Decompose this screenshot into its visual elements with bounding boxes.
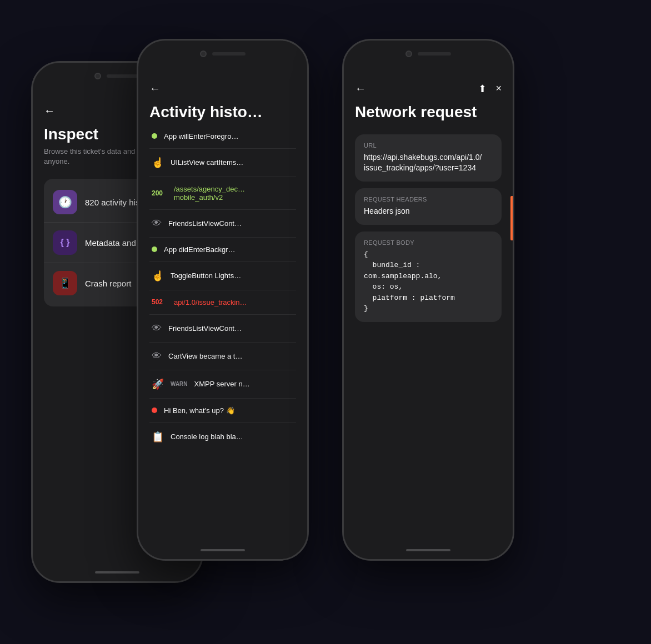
list-item: App willEnterForegro… bbox=[149, 124, 296, 149]
list-item[interactable]: 200 /assets/agency_dec…mobile_auth/v2 bbox=[149, 177, 296, 210]
speaker-phone1 bbox=[107, 74, 140, 78]
activity-label: Console log blah bla… bbox=[171, 432, 243, 441]
activity-label: FriendsListViewCont… bbox=[168, 324, 242, 333]
rocket-icon: 🚀 bbox=[152, 378, 164, 390]
metadata-icon-bg: { } bbox=[53, 230, 77, 255]
body-value: { bundle_id : com.sampleapp.alo, os: os,… bbox=[364, 249, 493, 314]
screen-network: ← ⬆ × Network request URL https://api.sh… bbox=[344, 71, 513, 540]
back-button-inspect[interactable]: ← bbox=[44, 104, 55, 117]
touch-icon: ☝ bbox=[152, 157, 164, 169]
activity-label: XMPP server n… bbox=[194, 380, 250, 388]
camera-phone3 bbox=[405, 51, 412, 57]
camera-phone1 bbox=[94, 73, 101, 79]
activity-label: App didEnterBackgr… bbox=[164, 245, 236, 254]
nav-row-activity: ← bbox=[149, 82, 296, 95]
phone-activity: ← Activity histo… App willEnterForegro… … bbox=[137, 39, 309, 561]
crash-icon: 📱 bbox=[59, 277, 71, 289]
list-item: ☝ UIListView cartItems… bbox=[149, 149, 296, 177]
dot-red-icon bbox=[152, 407, 157, 413]
headers-label: Request headers bbox=[364, 196, 493, 203]
list-item: ☝ ToggleButton Lights… bbox=[149, 262, 296, 290]
speaker-phone2 bbox=[212, 52, 246, 56]
headers-value: Headers json bbox=[364, 206, 493, 217]
touch-icon: ☝ bbox=[152, 270, 164, 282]
list-item: Hi Ben, what's up? 👋 bbox=[149, 399, 296, 423]
phone-network: ← ⬆ × Network request URL https://api.sh… bbox=[342, 39, 514, 561]
list-item: 📋 Console log blah bla… bbox=[149, 423, 296, 451]
camera-phone2 bbox=[200, 51, 207, 57]
crash-icon-bg: 📱 bbox=[53, 271, 77, 295]
screen-activity: ← Activity histo… App willEnterForegro… … bbox=[138, 71, 307, 540]
braces-icon: { } bbox=[61, 238, 70, 248]
close-icon[interactable]: × bbox=[495, 83, 502, 94]
console-icon: 📋 bbox=[152, 431, 164, 443]
activity-list: App willEnterForegro… ☝ UIListView cartI… bbox=[149, 124, 296, 451]
scene: ← Inspect Browse this ticket's data and … bbox=[20, 22, 631, 622]
list-item: 👁 CartView became a t… bbox=[149, 343, 296, 370]
eye-icon: 👁 bbox=[152, 350, 162, 362]
activity-label: FriendsListViewCont… bbox=[168, 219, 242, 228]
list-item: 👁 FriendsListViewCont… bbox=[149, 210, 296, 238]
body-card: Request body { bundle_id : com.sampleapp… bbox=[355, 232, 502, 322]
network-title: Network request bbox=[355, 104, 502, 121]
list-item[interactable]: 502 api/1.0/issue_trackin… bbox=[149, 290, 296, 315]
body-label: Request body bbox=[364, 239, 493, 246]
home-indicator-3 bbox=[406, 549, 450, 551]
eye-icon: 👁 bbox=[152, 218, 162, 229]
url-value: https://api.shakebugs.com/api/1.0/issue_… bbox=[364, 152, 493, 174]
back-button-network[interactable]: ← bbox=[355, 82, 366, 95]
clock-icon: 🕐 bbox=[58, 195, 72, 209]
activity-label: Hi Ben, what's up? 👋 bbox=[164, 406, 235, 415]
side-accent bbox=[510, 196, 513, 240]
home-indicator-1 bbox=[95, 571, 139, 573]
home-indicator-2 bbox=[201, 549, 245, 551]
dot-green-icon bbox=[152, 246, 157, 252]
inspect-item-label: Crash report bbox=[85, 279, 131, 288]
activity-link-red-label: api/1.0/issue_trackin… bbox=[174, 298, 247, 306]
dot-green-icon bbox=[152, 133, 157, 139]
activity-label: UIListView cartItems… bbox=[171, 158, 243, 167]
activity-label: ToggleButton Lights… bbox=[171, 271, 241, 280]
activity-title: Activity histo… bbox=[149, 104, 296, 121]
share-icon[interactable]: ⬆ bbox=[478, 83, 487, 95]
back-button-activity[interactable]: ← bbox=[149, 82, 161, 95]
status-code-200: 200 bbox=[152, 189, 167, 197]
activity-link-label: /assets/agency_dec…mobile_auth/v2 bbox=[174, 185, 245, 202]
nav-actions: ⬆ × bbox=[478, 83, 502, 95]
speaker-phone3 bbox=[418, 52, 451, 56]
warn-badge: WARN bbox=[171, 381, 188, 387]
url-label: URL bbox=[364, 142, 493, 149]
activity-label: App willEnterForegro… bbox=[164, 132, 238, 140]
activity-label: CartView became a t… bbox=[168, 352, 242, 360]
list-item: App didEnterBackgr… bbox=[149, 238, 296, 262]
url-card: URL https://api.shakebugs.com/api/1.0/is… bbox=[355, 134, 502, 182]
list-item: 🚀 WARN XMPP server n… bbox=[149, 370, 296, 399]
eye-icon: 👁 bbox=[152, 323, 162, 334]
list-item: 👁 FriendsListViewCont… bbox=[149, 315, 296, 343]
nav-row-network: ← ⬆ × bbox=[355, 82, 502, 95]
activity-icon-bg: 🕐 bbox=[53, 190, 77, 214]
status-code-502: 502 bbox=[152, 298, 167, 306]
headers-card: Request headers Headers json bbox=[355, 188, 502, 225]
